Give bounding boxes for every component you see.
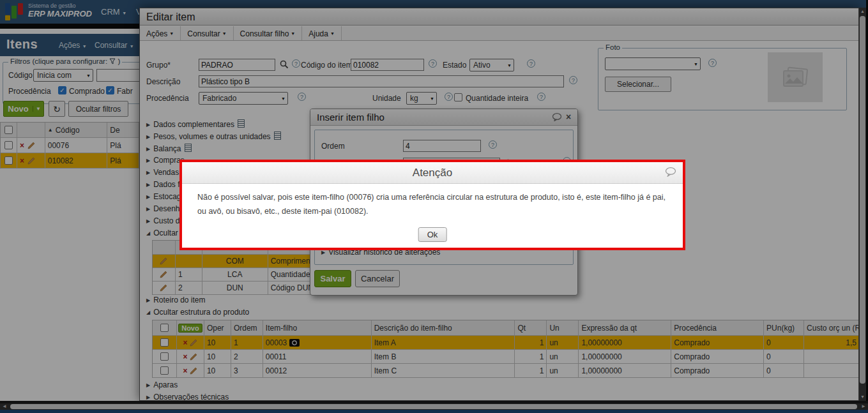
ok-button[interactable]: Ok bbox=[418, 227, 447, 242]
atencao-modal: Atenção Não é possível salvar, pois este… bbox=[179, 160, 685, 250]
screen: Sistema de gestão ERP MAXIPROD CRM ▼ Ven… bbox=[0, 0, 868, 413]
atencao-title: Atenção bbox=[182, 162, 683, 184]
atencao-message: Não é possível salvar, pois este item-fi… bbox=[182, 190, 683, 218]
comment-bubble-icon[interactable] bbox=[665, 167, 676, 177]
